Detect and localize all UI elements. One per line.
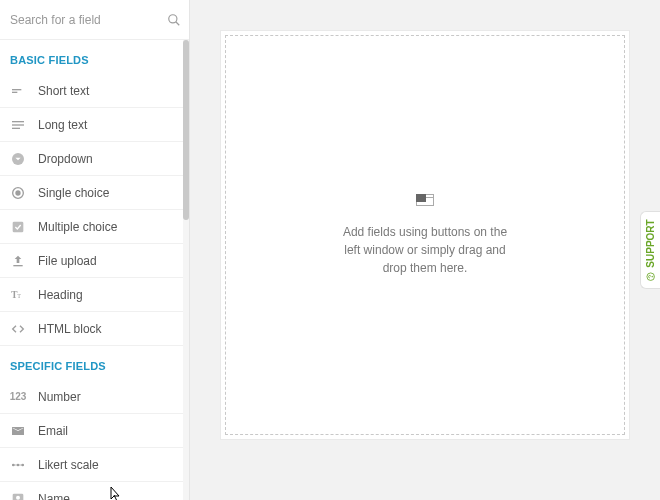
field-short-text[interactable]: Short text — [0, 74, 189, 108]
svg-rect-6 — [12, 127, 20, 128]
support-label: SUPPORT — [645, 219, 656, 267]
search-input[interactable] — [10, 13, 160, 27]
svg-point-9 — [15, 190, 20, 195]
svg-rect-21 — [426, 194, 434, 195]
field-single-choice[interactable]: Single choice — [0, 176, 189, 210]
name-icon — [10, 491, 26, 501]
svg-rect-23 — [416, 205, 434, 206]
field-label: Likert scale — [38, 458, 99, 472]
support-tab[interactable]: SUPPORT — [640, 211, 660, 289]
drag-handle-icon — [416, 194, 434, 213]
file-upload-icon — [10, 253, 26, 269]
canvas-area: Add fields using buttons on the left win… — [190, 0, 660, 500]
field-multiple-choice[interactable]: Multiple choice — [0, 210, 189, 244]
canvas-card: Add fields using buttons on the left win… — [220, 30, 630, 440]
field-file-upload[interactable]: File upload — [0, 244, 189, 278]
field-label: Long text — [38, 118, 87, 132]
field-label: Single choice — [38, 186, 109, 200]
single-choice-icon — [10, 185, 26, 201]
support-icon — [646, 271, 656, 281]
field-html-block[interactable]: HTML block — [0, 312, 189, 346]
field-email[interactable]: Email — [0, 414, 189, 448]
svg-rect-4 — [12, 121, 24, 122]
svg-point-19 — [16, 495, 20, 499]
field-label: Dropdown — [38, 152, 93, 166]
field-sidebar: BASIC FIELDS Short text Long text Dropdo… — [0, 0, 190, 500]
long-text-icon — [10, 117, 26, 133]
field-number[interactable]: 123 Number — [0, 380, 189, 414]
likert-scale-icon — [10, 457, 26, 473]
search-icon[interactable] — [166, 12, 182, 28]
field-long-text[interactable]: Long text — [0, 108, 189, 142]
svg-line-1 — [176, 21, 180, 25]
svg-rect-10 — [13, 221, 24, 232]
field-heading[interactable]: TT Heading — [0, 278, 189, 312]
heading-icon: TT — [10, 287, 26, 303]
field-dropdown[interactable]: Dropdown — [0, 142, 189, 176]
group-label-basic: BASIC FIELDS — [0, 40, 189, 74]
svg-rect-11 — [13, 265, 22, 266]
field-label: Number — [38, 390, 81, 404]
scrollbar-thumb[interactable] — [183, 40, 189, 220]
svg-rect-25 — [433, 194, 434, 206]
svg-rect-24 — [416, 202, 417, 206]
field-label: Short text — [38, 84, 89, 98]
field-label: Email — [38, 424, 68, 438]
svg-point-0 — [169, 14, 177, 22]
dropdown-icon — [10, 151, 26, 167]
field-label: Name — [38, 492, 70, 501]
email-icon — [10, 423, 26, 439]
dropzone-hint: Add fields using buttons on the left win… — [335, 223, 515, 277]
dropzone[interactable]: Add fields using buttons on the left win… — [225, 35, 625, 435]
svg-rect-20 — [416, 194, 426, 202]
number-icon: 123 — [10, 389, 26, 405]
field-name[interactable]: Name — [0, 482, 189, 500]
field-label: Multiple choice — [38, 220, 117, 234]
search-row — [0, 0, 189, 40]
sidebar-scroll: BASIC FIELDS Short text Long text Dropdo… — [0, 40, 189, 500]
field-label: Heading — [38, 288, 83, 302]
svg-rect-22 — [426, 197, 434, 198]
field-label: HTML block — [38, 322, 102, 336]
svg-rect-5 — [12, 124, 24, 125]
scrollbar-track[interactable] — [183, 40, 189, 500]
svg-point-27 — [652, 276, 653, 277]
svg-rect-3 — [12, 91, 17, 92]
group-label-specific: SPECIFIC FIELDS — [0, 346, 189, 380]
field-likert-scale[interactable]: Likert scale — [0, 448, 189, 482]
short-text-icon — [10, 83, 26, 99]
svg-text:T: T — [17, 293, 21, 299]
svg-rect-2 — [12, 89, 21, 90]
field-label: File upload — [38, 254, 97, 268]
html-block-icon — [10, 321, 26, 337]
multiple-choice-icon — [10, 219, 26, 235]
